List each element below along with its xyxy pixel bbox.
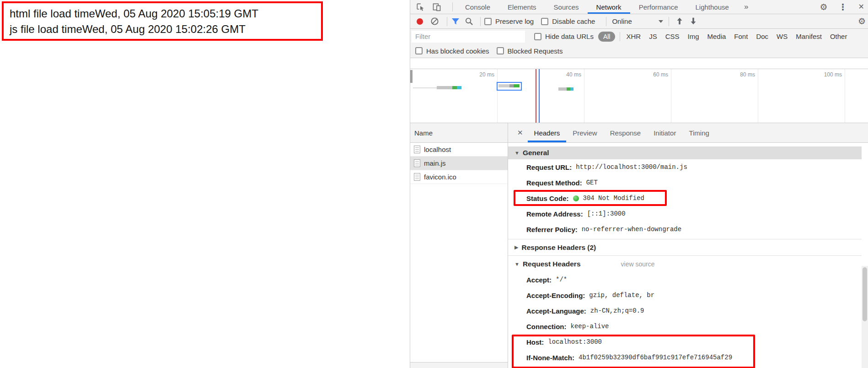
filter-type-manifest[interactable]: Manifest bbox=[796, 32, 822, 40]
tab-console[interactable]: Console bbox=[456, 0, 499, 14]
name-column-header: Name bbox=[414, 129, 433, 137]
filter-type-font[interactable]: Font bbox=[734, 32, 748, 40]
detail-tab-preview[interactable]: Preview bbox=[566, 123, 603, 142]
filter-type-ws[interactable]: WS bbox=[777, 32, 788, 40]
more-tabs-icon[interactable]: » bbox=[738, 2, 755, 11]
network-overview-timeline[interactable]: 20 ms 40 ms 60 ms 80 ms 100 ms bbox=[410, 69, 868, 123]
blocked-requests-checkbox[interactable] bbox=[497, 47, 504, 54]
preserve-log-checkbox[interactable] bbox=[484, 18, 492, 25]
timeline-tick-60ms: 60 ms bbox=[613, 71, 668, 78]
toolbar-separator bbox=[620, 32, 620, 41]
filter-funnel-icon[interactable] bbox=[451, 17, 460, 26]
request-name: localhost bbox=[424, 146, 451, 153]
disable-cache-checkbox[interactable] bbox=[541, 18, 548, 25]
tab-lighthouse[interactable]: Lighthouse bbox=[687, 0, 738, 14]
tab-elements[interactable]: Elements bbox=[499, 0, 545, 14]
timeline-gridline bbox=[845, 69, 845, 123]
waterfall-bar-favicon-waiting[interactable] bbox=[558, 87, 567, 91]
filter-type-other[interactable]: Other bbox=[830, 32, 847, 40]
filter-type-img[interactable]: Img bbox=[687, 32, 699, 40]
tab-performance[interactable]: Performance bbox=[630, 0, 687, 14]
browser-page-area: html file load timeWed, 05 Aug 2020 15:0… bbox=[0, 0, 410, 368]
request-row-favicon[interactable]: favicon.ico bbox=[410, 170, 508, 184]
detail-tab-initiator[interactable]: Initiator bbox=[647, 123, 682, 142]
script-file-icon bbox=[414, 159, 420, 167]
request-row-mainjs[interactable]: main.js bbox=[410, 157, 508, 170]
throttling-dropdown[interactable]: Online bbox=[612, 17, 663, 25]
scrollbar-thumb[interactable] bbox=[863, 267, 867, 321]
domcontentloaded-event-line bbox=[539, 69, 540, 123]
header-label: Request URL: bbox=[526, 163, 572, 171]
filter-type-doc[interactable]: Doc bbox=[756, 32, 768, 40]
header-value: GET bbox=[586, 179, 598, 186]
status-green-dot-icon bbox=[573, 195, 579, 201]
chevron-down-icon bbox=[659, 20, 663, 23]
request-list-header[interactable]: Name bbox=[410, 123, 508, 143]
has-blocked-cookies-label: Has blocked cookies bbox=[426, 47, 489, 55]
kebab-menu-icon[interactable]: ⋮ bbox=[839, 3, 847, 11]
blocked-filter-row: Has blocked cookies Blocked Requests bbox=[410, 44, 868, 58]
filter-type-js[interactable]: JS bbox=[649, 32, 657, 40]
filter-type-all[interactable]: All bbox=[598, 32, 616, 42]
waterfall-bar-localhost-ttfb[interactable] bbox=[452, 86, 457, 89]
waterfall-bar-favicon-download[interactable] bbox=[570, 87, 573, 91]
tab-network[interactable]: Network bbox=[588, 0, 630, 14]
export-har-icon[interactable] bbox=[689, 17, 698, 26]
waterfall-bar-localhost[interactable] bbox=[413, 87, 437, 88]
screenshot-root: html file load timeWed, 05 Aug 2020 15:0… bbox=[0, 0, 868, 368]
header-row-status-code: Status Code: 304 Not Modified bbox=[508, 190, 862, 206]
header-label: Remote Address: bbox=[526, 210, 583, 218]
hide-data-urls-checkbox[interactable] bbox=[534, 33, 541, 40]
disable-cache-label: Disable cache bbox=[552, 17, 595, 25]
header-label: Accept: bbox=[526, 276, 552, 284]
section-title: General bbox=[523, 149, 549, 157]
inspect-element-icon[interactable] bbox=[416, 2, 425, 11]
section-response-headers[interactable]: ▶ Response Headers (2) bbox=[508, 239, 862, 255]
close-detail-icon[interactable]: ✕ bbox=[513, 129, 528, 137]
triangle-down-icon: ▼ bbox=[514, 261, 520, 267]
waterfall-bar-localhost-download[interactable] bbox=[457, 86, 461, 89]
header-value: zh-CN,zh;q=0.9 bbox=[590, 307, 644, 314]
filter-input[interactable] bbox=[412, 31, 525, 43]
view-source-link[interactable]: view source bbox=[621, 260, 655, 268]
request-name: favicon.ico bbox=[424, 173, 456, 181]
host-etag-group: Host: localhost:3000 If-None-Match: 4b1f… bbox=[508, 334, 862, 365]
has-blocked-cookies-checkbox[interactable] bbox=[415, 47, 423, 54]
device-toolbar-icon[interactable] bbox=[432, 2, 441, 11]
close-devtools-icon[interactable]: ✕ bbox=[858, 3, 864, 11]
detail-tab-headers[interactable]: Headers bbox=[528, 123, 567, 142]
waterfall-bar-mainjs-waiting bbox=[509, 84, 514, 87]
clear-network-log-icon[interactable] bbox=[430, 17, 439, 26]
waterfall-bar-mainjs-selected[interactable] bbox=[497, 82, 522, 91]
image-file-icon bbox=[414, 173, 420, 181]
page-output-annotation-box: html file load timeWed, 05 Aug 2020 15:0… bbox=[2, 1, 323, 41]
request-row-localhost[interactable]: localhost bbox=[410, 143, 508, 157]
section-request-headers[interactable]: ▼ Request Headers view source bbox=[508, 255, 862, 272]
filter-type-css[interactable]: CSS bbox=[665, 32, 680, 40]
record-network-log-button[interactable] bbox=[417, 18, 423, 25]
tab-sources[interactable]: Sources bbox=[545, 0, 588, 14]
section-general[interactable]: ▼ General bbox=[508, 146, 862, 159]
detail-tab-strip: ✕ Headers Preview Response Initiator Tim… bbox=[508, 123, 868, 143]
filter-type-xhr[interactable]: XHR bbox=[626, 32, 641, 40]
waterfall-bar-favicon-ttfb[interactable] bbox=[567, 87, 570, 91]
search-icon[interactable] bbox=[465, 17, 474, 26]
header-row-accept-language: Accept-Language: zh-CN,zh;q=0.9 bbox=[508, 303, 862, 319]
timeline-tick-40ms: 40 ms bbox=[526, 71, 581, 78]
page-line-js-load-time: js file load timeWed, 05 Aug 2020 15:02:… bbox=[10, 22, 315, 37]
detail-tab-timing[interactable]: Timing bbox=[682, 123, 715, 142]
import-har-icon[interactable] bbox=[675, 17, 685, 26]
toolbar-separator bbox=[447, 17, 447, 26]
section-title: Response Headers (2) bbox=[521, 244, 596, 252]
timeline-tick-80ms: 80 ms bbox=[700, 71, 755, 78]
header-row-remote-address: Remote Address: [::1]:3000 bbox=[508, 206, 862, 222]
filter-type-media[interactable]: Media bbox=[707, 32, 726, 40]
devtools-window-controls: ⚙ ⋮ ✕ bbox=[809, 3, 868, 11]
detail-scrollbar[interactable] bbox=[862, 266, 868, 368]
overview-scroll-thumb[interactable] bbox=[410, 70, 413, 83]
settings-gear-icon[interactable]: ⚙ bbox=[820, 3, 828, 11]
detail-tab-response[interactable]: Response bbox=[604, 123, 648, 142]
network-settings-gear-icon[interactable]: ⚙ bbox=[858, 17, 866, 26]
waterfall-bar-localhost-waiting[interactable] bbox=[437, 86, 452, 89]
header-row-accept: Accept: */* bbox=[508, 272, 862, 287]
